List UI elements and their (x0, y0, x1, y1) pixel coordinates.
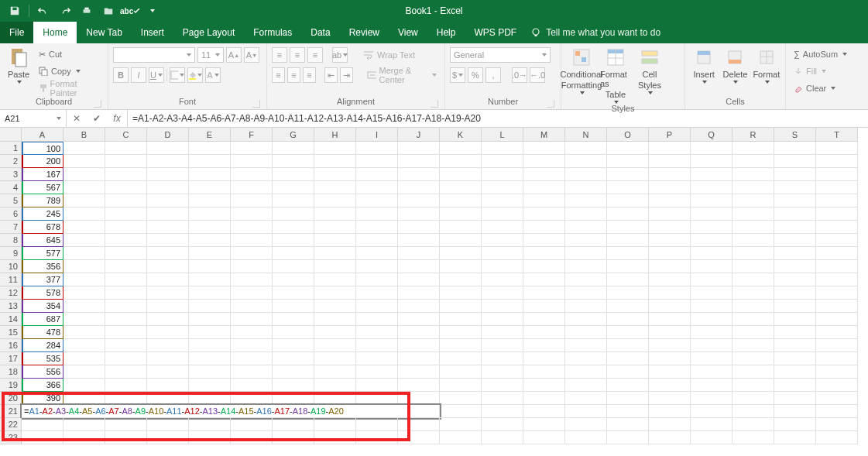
autosum-button[interactable]: ∑AutoSum (791, 46, 850, 62)
cell[interactable] (732, 313, 774, 326)
cell[interactable] (691, 168, 732, 181)
cell[interactable] (440, 207, 482, 221)
tab-wpspdf[interactable]: WPS PDF (465, 22, 526, 43)
cell[interactable] (816, 313, 858, 326)
cell[interactable] (523, 418, 565, 431)
enter-formula-button[interactable]: ✔ (87, 113, 107, 124)
spelling-button[interactable]: abc (120, 2, 140, 19)
clipboard-dialog-launcher[interactable] (94, 100, 101, 108)
row-header[interactable]: 14 (0, 313, 22, 326)
row-header[interactable]: 4 (0, 181, 22, 194)
cell[interactable] (356, 339, 398, 352)
cell[interactable] (231, 326, 273, 339)
tell-me[interactable]: Tell me what you want to do (530, 22, 660, 43)
cell[interactable] (732, 326, 774, 339)
cell[interactable] (607, 221, 649, 234)
row-header[interactable]: 9 (0, 247, 22, 260)
cell[interactable] (147, 352, 189, 365)
cell[interactable] (314, 339, 356, 352)
align-left-button[interactable]: ≡ (272, 67, 285, 83)
cell[interactable] (231, 339, 273, 352)
cell[interactable] (816, 286, 858, 300)
cell[interactable] (565, 418, 607, 431)
cell[interactable] (63, 339, 105, 352)
cell[interactable]: 366 (22, 379, 63, 392)
cell[interactable]: 284 (22, 339, 63, 352)
tab-view[interactable]: View (389, 22, 427, 43)
column-header[interactable]: F (231, 128, 273, 142)
cell[interactable] (774, 221, 816, 234)
cell[interactable] (565, 260, 607, 273)
cell-styles-button[interactable]: CellStyles (634, 46, 665, 94)
cell[interactable] (147, 326, 189, 339)
cell[interactable] (565, 247, 607, 260)
cell[interactable] (607, 273, 649, 286)
cell[interactable]: 578 (22, 286, 63, 300)
cell[interactable] (273, 273, 314, 286)
cell[interactable] (105, 207, 147, 221)
cell[interactable] (816, 365, 858, 379)
cell[interactable] (523, 286, 565, 300)
column-header[interactable]: C (105, 128, 147, 142)
cell[interactable] (774, 352, 816, 365)
underline-button[interactable]: U (149, 67, 164, 83)
accounting-format-button[interactable]: $ (450, 67, 465, 83)
cell[interactable] (231, 168, 273, 181)
cell[interactable] (356, 234, 398, 247)
cell[interactable] (691, 379, 732, 392)
cell[interactable] (607, 431, 649, 444)
cell[interactable] (607, 286, 649, 300)
cell[interactable] (523, 207, 565, 221)
cell[interactable] (105, 273, 147, 286)
italic-button[interactable]: I (131, 67, 146, 83)
cell[interactable] (356, 300, 398, 313)
qat-customize[interactable] (142, 2, 162, 19)
column-header[interactable]: P (649, 128, 691, 142)
cell[interactable] (63, 379, 105, 392)
cell[interactable] (565, 405, 607, 418)
row-header[interactable]: 23 (0, 431, 22, 444)
cell[interactable] (231, 392, 273, 405)
cell[interactable] (565, 286, 607, 300)
cell[interactable] (398, 260, 440, 273)
cell[interactable] (398, 326, 440, 339)
cell[interactable] (691, 300, 732, 313)
cell[interactable] (314, 234, 356, 247)
cell[interactable] (816, 326, 858, 339)
cell[interactable] (189, 365, 231, 379)
cell[interactable] (63, 207, 105, 221)
cell[interactable] (482, 392, 523, 405)
cell[interactable] (607, 181, 649, 194)
cell[interactable] (231, 431, 273, 444)
cell[interactable] (816, 392, 858, 405)
cell[interactable] (565, 234, 607, 247)
cell[interactable] (189, 194, 231, 207)
cell[interactable] (816, 300, 858, 313)
cell[interactable] (732, 234, 774, 247)
cell[interactable] (649, 247, 691, 260)
cell[interactable] (147, 155, 189, 168)
cell[interactable] (147, 286, 189, 300)
cell[interactable] (607, 142, 649, 155)
cell[interactable] (440, 168, 482, 181)
cell[interactable] (231, 300, 273, 313)
column-header[interactable]: O (607, 128, 649, 142)
cell[interactable] (691, 418, 732, 431)
tab-review[interactable]: Review (340, 22, 389, 43)
column-header[interactable]: T (816, 128, 858, 142)
cell[interactable] (356, 247, 398, 260)
font-size-combo[interactable]: 11 (197, 47, 224, 63)
cell[interactable] (816, 352, 858, 365)
cell[interactable] (523, 221, 565, 234)
cell[interactable] (523, 352, 565, 365)
cell[interactable] (523, 313, 565, 326)
cell[interactable] (482, 155, 523, 168)
cell[interactable] (273, 431, 314, 444)
cell[interactable] (607, 300, 649, 313)
cell[interactable] (565, 431, 607, 444)
cell[interactable] (565, 352, 607, 365)
cell[interactable] (356, 207, 398, 221)
column-header[interactable]: H (314, 128, 356, 142)
cell[interactable] (189, 431, 231, 444)
number-format-combo[interactable]: General (450, 47, 551, 63)
